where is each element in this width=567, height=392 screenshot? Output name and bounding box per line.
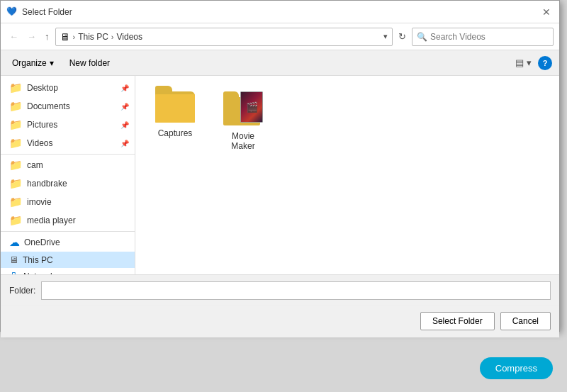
folder-path-input[interactable] <box>41 281 551 300</box>
sidebar-item-this-pc[interactable]: 🖥 This PC <box>1 252 135 268</box>
forward-button[interactable]: → <box>24 30 39 43</box>
pictures-folder-icon: 📁 <box>9 118 23 131</box>
sidebar: 📁 Desktop 📌 📁 Documents 📌 📁 Pictures 📌 📁 <box>1 76 135 274</box>
folder-movie-maker[interactable]: Movie Maker <box>215 87 271 155</box>
folder-label: Folder: <box>9 286 35 296</box>
divider <box>1 154 135 155</box>
search-input[interactable] <box>430 32 537 42</box>
sidebar-item-label: This PC <box>23 255 53 265</box>
folder-captures[interactable]: Captures <box>147 87 203 155</box>
toolbar: Organize ▾ New folder ▤ ▾ ? <box>1 50 559 76</box>
computer-icon: 🖥 <box>60 31 70 43</box>
sidebar-item-handbrake[interactable]: 📁 handbrake <box>1 174 135 193</box>
sidebar-item-media-player[interactable]: 📁 media player <box>1 211 135 230</box>
onedrive-icon: ☁ <box>9 236 20 249</box>
movie-maker-folder-icon <box>223 91 263 128</box>
sidebar-item-label: imovie <box>27 197 52 207</box>
sidebar-item-desktop[interactable]: 📁 Desktop 📌 <box>1 79 135 97</box>
organize-menu[interactable]: Organize ▾ <box>8 56 58 70</box>
toolbar-right: ▤ ▾ ? <box>512 55 552 70</box>
sidebar-item-videos[interactable]: 📁 Videos 📌 <box>1 134 135 152</box>
documents-folder-icon: 📁 <box>9 100 23 113</box>
path-arrow-1: › <box>73 33 76 41</box>
sidebar-item-label: Pictures <box>27 120 57 130</box>
movie-maker-folder-label: Movie Maker <box>219 131 267 151</box>
sidebar-item-network[interactable]: 🖧 Network <box>1 268 135 274</box>
pin-icon: 📌 <box>120 121 129 129</box>
sidebar-item-pictures[interactable]: 📁 Pictures 📌 <box>1 116 135 134</box>
sidebar-item-documents[interactable]: 📁 Documents 📌 <box>1 97 135 116</box>
network-icon: 🖧 <box>9 271 19 274</box>
organize-label: Organize <box>12 58 47 68</box>
view-icon: ▤ <box>515 57 524 68</box>
handbrake-folder-icon: 📁 <box>9 177 23 190</box>
sidebar-item-label: Videos <box>27 138 52 148</box>
path-videos: Videos <box>117 32 142 42</box>
select-folder-button[interactable]: Select Folder <box>420 312 495 330</box>
title-bar: 💙 Select Folder ✕ <box>1 1 559 23</box>
imovie-folder-icon: 📁 <box>9 196 23 208</box>
pin-icon: 📌 <box>120 103 129 111</box>
sidebar-item-label: handbrake <box>27 179 67 189</box>
sidebar-item-label: media player <box>27 215 76 225</box>
path-arrow-2: › <box>111 33 114 41</box>
sidebar-item-label: Network <box>23 271 55 274</box>
desktop-folder-icon: 📁 <box>9 82 23 94</box>
address-path[interactable]: 🖥 › This PC › Videos ▾ <box>55 28 393 46</box>
sidebar-item-label: Desktop <box>27 83 58 93</box>
file-area: Captures Movie Maker <box>135 76 559 274</box>
cancel-button[interactable]: Cancel <box>500 312 551 330</box>
sidebar-item-label: OneDrive <box>24 237 60 247</box>
divider-2 <box>1 231 135 232</box>
help-button[interactable]: ? <box>538 56 552 70</box>
address-bar: ← → ↑ 🖥 › This PC › Videos ▾ ↻ 🔍 <box>1 23 559 50</box>
media-player-folder-icon: 📁 <box>9 214 23 227</box>
view-arrow-icon: ▾ <box>527 57 532 68</box>
videos-folder-icon: 📁 <box>9 137 23 150</box>
refresh-button[interactable]: ↻ <box>395 30 409 43</box>
title-bar-left: 💙 Select Folder <box>6 6 72 18</box>
captures-folder-icon <box>155 91 195 125</box>
cam-folder-icon: 📁 <box>9 159 23 172</box>
select-folder-dialog: 💙 Select Folder ✕ ← → ↑ 🖥 › This PC › Vi… <box>0 0 560 332</box>
this-pc-icon: 🖥 <box>9 254 18 265</box>
sidebar-item-label: Documents <box>27 101 70 111</box>
search-box: 🔍 <box>412 28 554 46</box>
search-icon: 🔍 <box>417 32 427 42</box>
back-button[interactable]: ← <box>6 30 21 43</box>
path-dropdown-button[interactable]: ▾ <box>383 32 388 41</box>
sidebar-item-label: cam <box>27 160 43 170</box>
pin-icon: 📌 <box>120 140 129 147</box>
app-icon: 💙 <box>6 6 18 18</box>
dialog-title: Select Folder <box>22 7 72 17</box>
close-button[interactable]: ✕ <box>539 5 554 19</box>
view-button[interactable]: ▤ ▾ <box>512 55 535 70</box>
sidebar-item-cam[interactable]: 📁 cam <box>1 156 135 174</box>
up-button[interactable]: ↑ <box>42 30 52 43</box>
new-folder-button[interactable]: New folder <box>65 56 114 70</box>
pin-icon: 📌 <box>120 84 129 92</box>
action-buttons: Select Folder Cancel <box>1 306 559 337</box>
compress-button[interactable]: Compress <box>480 357 553 379</box>
captures-folder-label: Captures <box>158 128 193 138</box>
organize-arrow-icon: ▾ <box>50 58 54 68</box>
sidebar-item-onedrive[interactable]: ☁ OneDrive <box>1 233 135 252</box>
path-this-pc: This PC <box>78 32 108 42</box>
sidebar-item-imovie[interactable]: 📁 imovie <box>1 193 135 211</box>
content-area: 📁 Desktop 📌 📁 Documents 📌 📁 Pictures 📌 📁 <box>1 76 559 274</box>
bottom-bar: Folder: <box>1 274 559 306</box>
